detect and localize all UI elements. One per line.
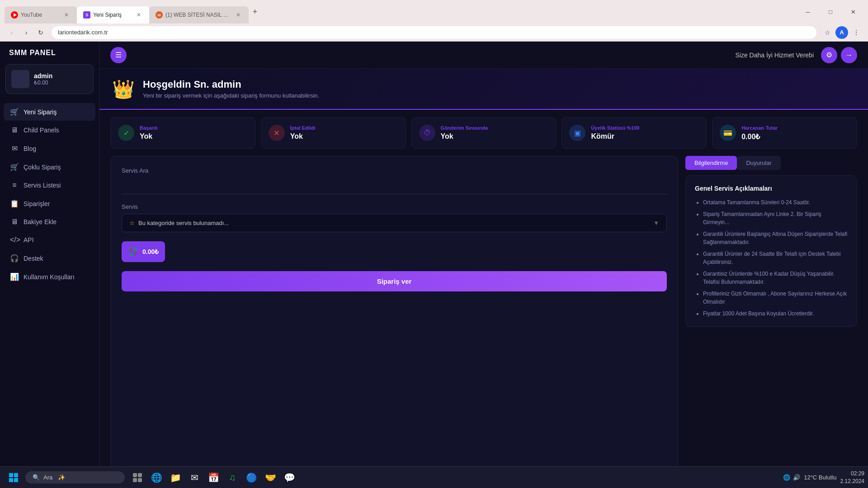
bookmark-button[interactable]: ☆: [821, 26, 834, 39]
taskbar-app-spotify[interactable]: ♫: [223, 469, 241, 487]
taskbar-search[interactable]: 🔍 Ara ✨: [25, 471, 125, 483]
logout-button[interactable]: →: [841, 47, 857, 63]
user-balance: ₺0.00: [34, 80, 52, 86]
web-favicon: W: [156, 11, 163, 19]
tab-bilgilendirme[interactable]: Bilgilendirme: [685, 156, 737, 170]
stat-info-gonderim: Gönderim Sırasında Yok: [441, 125, 488, 141]
sidebar-item-service-list[interactable]: ≡ Servis Listesi: [4, 177, 95, 194]
weather-widget: 12°C Bulutlu: [804, 474, 836, 481]
taskbar-app-mail[interactable]: ✉: [185, 469, 203, 487]
add-balance-icon: 🖥: [10, 218, 19, 226]
stat-card-uyelik: ▣ Üyelik Statüsü %100 Kömür: [561, 117, 707, 149]
stat-label-harcanan: Harcanan Tutar: [741, 125, 778, 131]
taskbar-app-edge[interactable]: 🌐: [147, 469, 165, 487]
smm-favicon: S: [83, 11, 90, 19]
settings-button[interactable]: ⚙: [821, 47, 837, 63]
close-button[interactable]: ✕: [843, 5, 863, 19]
blog-icon: ✉: [10, 144, 19, 153]
welcome-subtitle: Yeni bir sipariş vermek için aşağıdaki s…: [143, 92, 319, 99]
svg-rect-2: [9, 478, 13, 482]
tab-web-close[interactable]: ✕: [234, 11, 242, 19]
taskbar-app-chrome[interactable]: 🔵: [242, 469, 260, 487]
info-item-1: Sipariş Tamamlanmadan Aynı Linke 2. Bir …: [703, 210, 848, 226]
info-tab-switcher: Bilgilendirme Duyurular: [685, 156, 857, 170]
extensions-button[interactable]: ⋮: [850, 26, 863, 39]
tab-web[interactable]: W (1) WEB SİTESİ NASIL EDİTLENİ... ✕: [149, 6, 249, 23]
tab-smm-close[interactable]: ✕: [135, 11, 143, 19]
order-form: Servis Ara Servis ☆ Bu kategoride servis…: [110, 156, 678, 481]
taskbar-app-explorer[interactable]: 📁: [166, 469, 184, 487]
sidebar-item-api-label: API: [24, 236, 34, 244]
address-input[interactable]: [52, 26, 816, 39]
forward-button[interactable]: ›: [20, 26, 33, 39]
start-button[interactable]: [4, 469, 24, 487]
stat-value-gonderim: Yok: [441, 132, 488, 141]
content-area: Servis Ara Servis ☆ Bu kategoride servis…: [99, 156, 868, 488]
stat-info-basarili: Başarılı Yok: [140, 125, 158, 141]
stats-row: ✓ Başarılı Yok ✕ İptal Edildi Yok ⏱ Gönd…: [99, 110, 868, 156]
svg-rect-0: [9, 473, 13, 477]
topbar-title: Size Daha İyi Hizmet Verebi: [127, 52, 821, 59]
info-item-0: Ortalama Tamamlanma Süreleri 0-24 Saatti…: [703, 198, 848, 206]
info-title: Genel Servis Açıklamaları: [695, 185, 848, 192]
service-select-wrapper: ☆ Bu kategoride servis bulunamadı... ▼: [122, 214, 667, 232]
svg-rect-6: [133, 478, 137, 482]
taskbar-app-collab[interactable]: 🤝: [261, 469, 279, 487]
refresh-button[interactable]: ↻: [34, 26, 47, 39]
sidebar-item-support[interactable]: 🎧 Destek: [4, 249, 95, 267]
profile-avatar[interactable]: A: [835, 26, 848, 39]
stat-card-gonderim: ⏱ Gönderim Sırasında Yok: [411, 117, 557, 149]
sidebar-item-blog[interactable]: ✉ Blog: [4, 140, 95, 157]
svg-rect-1: [14, 473, 18, 477]
minimize-button[interactable]: ─: [797, 5, 818, 19]
info-item-3: Garantili Ürünler de 24 Saatte Bir Telaf…: [703, 250, 848, 266]
service-search-input[interactable]: [122, 178, 667, 194]
sidebar-item-blog-label: Blog: [24, 145, 36, 152]
search-label: Servis Ara: [122, 167, 667, 174]
sidebar-item-child-panels-label: Child Panels: [24, 127, 59, 134]
stat-info-iptal: İptal Edildi Yok: [290, 125, 316, 141]
new-order-icon: 🛒: [10, 108, 19, 116]
taskbar-app-teams[interactable]: 💬: [280, 469, 298, 487]
youtube-favicon: [11, 11, 18, 19]
info-list: Ortalama Tamamlanma Süreleri 0-24 Saatti…: [695, 198, 848, 318]
taskbar-search-label: Ara: [43, 474, 52, 481]
info-item-6: Fiyatlar 1000 Adet Başına Koyulan Ücretl…: [703, 310, 848, 318]
new-tab-button[interactable]: +: [249, 5, 261, 18]
support-icon: 🎧: [10, 254, 19, 263]
sidebar-user-card: admin ₺0.00: [5, 64, 94, 94]
logout-icon: →: [845, 51, 853, 59]
stat-card-basarili: ✓ Başarılı Yok: [110, 117, 255, 149]
tab-duyurular[interactable]: Duyurular: [737, 156, 780, 170]
sidebar-item-service-list-label: Servis Listesi: [24, 182, 61, 189]
sidebar-item-add-balance[interactable]: 🖥 Bakiye Ekle: [4, 213, 95, 230]
sidebar-item-orders-label: Siparişler: [24, 200, 50, 207]
sidebar-item-api[interactable]: </> API: [4, 231, 95, 249]
stat-value-uyelik: Kömür: [591, 132, 639, 141]
menu-toggle-button[interactable]: ☰: [110, 47, 127, 63]
stat-value-iptal: Yok: [290, 132, 316, 141]
system-icons: 🌐 🔊: [783, 474, 800, 481]
tab-youtube-close[interactable]: ✕: [62, 11, 71, 19]
taskbar-app-calendar[interactable]: 📅: [204, 469, 222, 487]
service-select-placeholder: Bu kategoride servis bulunamadı...: [138, 220, 229, 226]
taskbar-app-task-view[interactable]: [128, 469, 146, 487]
tab-smm[interactable]: S Yeni Sipariş ✕: [77, 6, 149, 23]
maximize-button[interactable]: □: [820, 5, 841, 19]
info-item-2: Garantili Ürünlere Başlangıç Altına Düşe…: [703, 230, 848, 246]
clock-time: 02:29: [840, 470, 864, 478]
sidebar-item-new-order[interactable]: 🛒 Yeni Sipariş: [4, 103, 95, 121]
sidebar-item-terms[interactable]: 📊 Kullanım Koşulları: [4, 268, 95, 286]
service-select[interactable]: ☆ Bu kategoride servis bulunamadı... ▼: [122, 214, 667, 232]
back-button[interactable]: ‹: [5, 26, 18, 39]
stat-info-uyelik: Üyelik Statüsü %100 Kömür: [591, 125, 639, 141]
window-controls: ─ □ ✕: [797, 5, 863, 19]
sidebar-item-support-label: Destek: [24, 255, 43, 262]
sidebar-item-orders[interactable]: 📋 Siparişler: [4, 195, 95, 212]
svg-rect-3: [14, 478, 18, 482]
sidebar-item-child-panels[interactable]: 🖥 Child Panels: [4, 122, 95, 139]
sidebar-item-new-order-label: Yeni Sipariş: [24, 108, 57, 116]
tab-youtube[interactable]: YouTube ✕: [5, 6, 77, 23]
sidebar-item-bulk-order[interactable]: 🛒 Çoklu Sipariş: [4, 158, 95, 176]
submit-order-button[interactable]: Sipariş ver: [122, 271, 667, 291]
